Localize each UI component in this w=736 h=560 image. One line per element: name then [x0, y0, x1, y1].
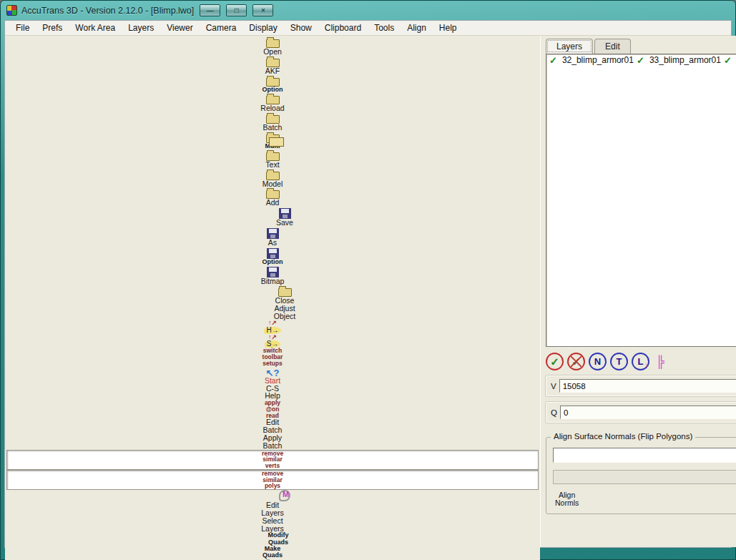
normals-field-1	[553, 470, 736, 484]
lamp-icon	[279, 490, 290, 501]
maximize-button[interactable]: □	[226, 4, 247, 16]
folder-open-icon	[266, 172, 280, 180]
folder-open-icon	[266, 115, 280, 124]
app-frame: FilePrefsWork AreaLayersViewerCameraDisp…	[4, 20, 732, 548]
text-button[interactable]: Text	[6, 149, 539, 169]
align-normals-2-button[interactable]: Align Normls	[553, 491, 581, 507]
disk-icon	[267, 267, 279, 277]
make-quads-button[interactable]: Make Quads	[6, 546, 539, 559]
layers-panel: LayersEdit 32_blimp_armor01 33_blimp_arm…	[540, 36, 736, 547]
normals-combo[interactable]	[553, 448, 736, 463]
save-as-button[interactable]: As	[6, 227, 539, 247]
count-field: 15058	[559, 379, 736, 393]
reject-check-button[interactable]: ✓	[567, 353, 585, 370]
open-button[interactable]: Open	[6, 36, 539, 56]
folder-open-icon	[266, 39, 280, 48]
menu-item[interactable]: Clipboard	[318, 21, 368, 34]
menu-item[interactable]: File	[9, 21, 36, 34]
menu-item[interactable]: Prefs	[36, 21, 69, 34]
reload-button[interactable]: Reload	[6, 93, 539, 112]
remove-similar-verts-button[interactable]: remove similar verts	[6, 450, 539, 470]
switch-toolbar-setups-button[interactable]: switch toolbar setups	[6, 348, 539, 366]
folder-open-icon	[266, 78, 280, 87]
window-title: AccuTrans 3D - Version 2.12.0 - [Blimp.l…	[21, 6, 194, 16]
menu-item[interactable]: Work Area	[69, 21, 122, 34]
close-button[interactable]: ×	[252, 4, 273, 16]
save-button[interactable]: Save	[31, 207, 539, 227]
save-option-button[interactable]: Option	[6, 247, 539, 265]
bitmap-button[interactable]: Bitmap	[6, 265, 539, 285]
t-button[interactable]: T	[610, 353, 628, 370]
folder-open-icon	[266, 59, 280, 67]
folder-close-icon	[278, 288, 292, 297]
apply-batch-button[interactable]: Apply Batch	[6, 434, 539, 450]
apply-on-read-button[interactable]: apply @on read	[6, 400, 539, 418]
count-label: V	[551, 382, 556, 390]
count-label: Q	[551, 408, 557, 417]
open-option-button[interactable]: Option	[6, 75, 539, 93]
l-arrow-button[interactable]: L	[632, 353, 649, 370]
folder-multi-icon	[266, 134, 280, 143]
s-tool-button[interactable]: ↑↗ S→	[6, 334, 539, 348]
batch-button[interactable]: Batch	[6, 112, 539, 132]
hierarchy-button[interactable]: ╠	[653, 353, 667, 370]
menu-item[interactable]: Tools	[368, 21, 401, 34]
add-button[interactable]: Add	[6, 187, 539, 207]
menu-item[interactable]: Viewer	[160, 21, 199, 34]
top-toolbar: Open AKF Option Reload	[5, 36, 540, 560]
disk-icon	[267, 248, 279, 259]
lamp-button[interactable]	[31, 490, 539, 501]
menu-item[interactable]: Camera	[200, 21, 243, 34]
count-field: 0	[560, 406, 736, 419]
modify-quads-button[interactable]: Modify Quads	[18, 532, 539, 546]
disk-icon	[279, 208, 291, 219]
app-icon	[6, 5, 17, 16]
menu-item[interactable]: Display	[242, 21, 283, 34]
start-button[interactable]: Start	[6, 367, 539, 385]
app-window: AccuTrans 3D - Version 2.12.0 - [Blimp.l…	[0, 0, 736, 560]
menu-item[interactable]: Layers	[122, 21, 160, 34]
cursor-question-icon	[265, 367, 280, 377]
menu-bar: FilePrefsWork AreaLayersViewerCameraDisp…	[5, 21, 731, 36]
folder-open-icon	[266, 190, 280, 199]
menu-item[interactable]: Align	[401, 21, 433, 34]
minimize-button[interactable]: —	[200, 4, 220, 16]
menu-item[interactable]: Help	[433, 21, 463, 34]
accept-check-button[interactable]: ✓	[546, 353, 564, 370]
align-normals-group: Align Surface Normals (Flip Polygons) Al…	[546, 437, 736, 514]
titlebar: AccuTrans 3D - Version 2.12.0 - [Blimp.l…	[4, 1, 732, 20]
group-title: Align Surface Normals (Flip Polygons)	[551, 432, 695, 441]
disk-icon	[267, 228, 279, 239]
remove-similar-polys-button[interactable]: remove similar polys	[6, 470, 539, 490]
folder-open-icon	[266, 96, 280, 104]
adjust-object-button[interactable]: Adjust Object	[31, 305, 539, 320]
akf-button[interactable]: AKF	[6, 56, 539, 75]
tab-layers[interactable]: Layers	[546, 39, 593, 54]
layer-listbox: 32_blimp_armor01 33_blimp_armor01 34_bli…	[546, 54, 736, 347]
cs-help-button[interactable]: C-S Help	[6, 385, 539, 401]
select-layers-button[interactable]: Select Layers	[6, 517, 539, 533]
h-tool-button[interactable]: ↑↗ H→	[6, 320, 539, 334]
close-file-button[interactable]: Close	[31, 285, 539, 305]
model-button[interactable]: Model	[6, 169, 539, 188]
multi-button[interactable]: Multi	[6, 132, 539, 149]
edit-layers-button[interactable]: Edit Layers	[6, 501, 539, 517]
n-button[interactable]: N	[589, 353, 607, 370]
tab-edit[interactable]: Edit	[594, 39, 631, 54]
edit-batch-button[interactable]: Edit Batch	[6, 418, 539, 434]
menu-item[interactable]: Show	[284, 21, 318, 34]
folder-open-icon	[266, 152, 280, 161]
